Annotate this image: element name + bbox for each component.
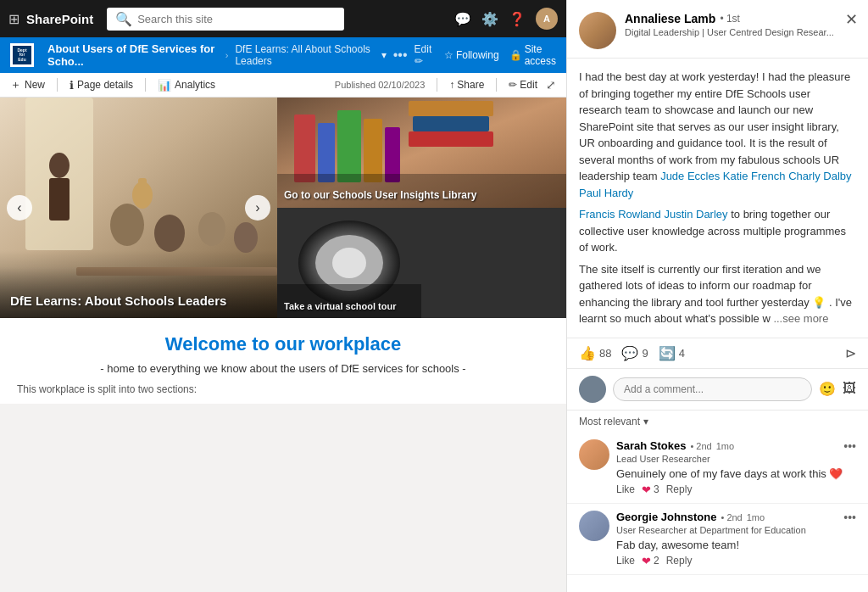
carousel-prev-button[interactable]: ‹: [7, 195, 32, 221]
user-avatar[interactable]: A: [536, 8, 558, 30]
grid-icon[interactable]: ⊞: [8, 11, 19, 27]
share-button[interactable]: ↑ Share: [449, 79, 484, 91]
settings-icon[interactable]: ⚙️: [481, 11, 498, 27]
svg-rect-3: [49, 178, 70, 221]
emoji-icon[interactable]: 🙂: [819, 381, 836, 397]
sort-label: Most relevant: [579, 416, 640, 427]
repost-icon: 🔄: [659, 345, 676, 361]
tagged-people-2[interactable]: Francis Rowland Justin Darley: [579, 208, 728, 221]
see-more-link[interactable]: ...see more: [773, 312, 828, 325]
carousel-next-button[interactable]: ›: [245, 195, 270, 221]
tagged-people-1[interactable]: Jude Eccles Katie French Charly Dalby Pa…: [579, 170, 852, 199]
comment-sarah-time: 1mo: [716, 441, 734, 451]
publish-date: Published 02/10/2023: [335, 80, 425, 90]
comment-sarah-header: Sarah Stokes • 2nd 1mo •••: [616, 439, 856, 453]
hero-insights-label: Go to our Schools User Insights Library: [284, 189, 559, 201]
welcome-section: Welcome to our workplace - home to every…: [0, 318, 566, 404]
sarah-reply-button[interactable]: Reply: [666, 483, 693, 495]
author-avatar-image: [579, 12, 616, 49]
analytics-button[interactable]: 📊 Analytics: [158, 79, 215, 92]
toolbar-separator-3: [437, 78, 437, 92]
lock-icon: 🔒: [509, 49, 522, 61]
comment-item: Sarah Stokes • 2nd 1mo ••• Lead User Res…: [567, 433, 868, 504]
close-button[interactable]: ✕: [845, 10, 858, 29]
post-content: I had the best day at work yesterday! I …: [567, 59, 868, 338]
toolbar-separator-2: [145, 78, 146, 92]
site-access-button[interactable]: 🔒 Site access: [509, 43, 556, 67]
chat-icon[interactable]: 💬: [454, 11, 471, 27]
comment-sarah-name: Sarah Stokes: [616, 439, 686, 452]
svg-rect-15: [337, 110, 361, 182]
hero-bottom-left-image[interactable]: Take a virtual school tour: [277, 208, 566, 318]
chevron-down-icon: ▾: [381, 49, 387, 61]
hero-top-right-image[interactable]: Go to our Schools User Insights Library: [277, 98, 566, 208]
search-icon: 🔍: [115, 11, 132, 27]
svg-point-2: [49, 153, 70, 178]
comment-sarah-more[interactable]: •••: [843, 439, 856, 453]
comment-georgie-conn: • 2nd: [721, 512, 742, 522]
svg-rect-13: [294, 114, 315, 182]
hero-overlay: [0, 267, 277, 318]
hero-section: DfE Learns: About Schools Leaders ‹ ›: [0, 98, 566, 592]
thumbs-up-icon: 👍: [579, 345, 596, 361]
comment-input-row: 🙂 🖼: [567, 369, 868, 410]
repost-count: 4: [679, 347, 685, 360]
hero-tour-label: Take a virtual school tour: [284, 301, 396, 311]
image-icon[interactable]: 🖼: [843, 381, 856, 397]
page-details-button[interactable]: ℹ Page details: [70, 79, 133, 92]
dfe-logo: DeptforEdu: [10, 43, 34, 67]
comment-sarah-text: Genuinely one of my fave days at work th…: [616, 467, 856, 480]
sharepoint-top-bar: ⊞ SharePoint 🔍 💬 ⚙️ ❓ A: [0, 0, 566, 37]
comment-georgie-text: Fab day, awesome team!: [616, 539, 856, 551]
repost-reaction[interactable]: 🔄 4: [659, 345, 685, 361]
comment-reaction[interactable]: 💬 9: [621, 345, 648, 361]
author-name: Annaliese Lamb: [625, 12, 715, 25]
like-reaction[interactable]: 👍 88: [579, 345, 611, 361]
edit-button[interactable]: ✏ Edit: [509, 79, 537, 91]
author-info: Annaliese Lamb • 1st Digital Leadership …: [625, 12, 856, 37]
comment-input-icons: 🙂 🖼: [819, 381, 856, 397]
comment-georgie-header: Georgie Johnstone • 2nd 1mo •••: [616, 511, 856, 524]
new-button[interactable]: ＋ New: [10, 77, 45, 92]
svg-rect-20: [409, 101, 493, 116]
comment-georgie-time: 1mo: [747, 512, 765, 522]
georgie-reply-button[interactable]: Reply: [666, 555, 693, 567]
post-paragraph-3: The site itself is currently our first i…: [579, 261, 856, 327]
filter-icon[interactable]: ⊳: [845, 345, 856, 361]
search-bar[interactable]: 🔍: [107, 8, 344, 31]
svg-rect-19: [413, 116, 489, 131]
page-title: About Users of DfE Services for Scho...: [47, 42, 219, 68]
commenter-avatar: [579, 376, 606, 403]
georgie-like-button[interactable]: Like: [616, 555, 635, 567]
comment-item: Georgie Johnstone • 2nd 1mo ••• User Res…: [567, 504, 868, 575]
post-paragraph-2: Francis Rowland Justin Darley to bring t…: [579, 206, 856, 256]
svg-point-5: [154, 215, 185, 252]
comment-georgie-name: Georgie Johnstone: [616, 511, 716, 523]
breadcrumb-more[interactable]: •••: [393, 47, 408, 63]
comment-count: 9: [642, 347, 648, 360]
linkedin-panel: Annaliese Lamb • 1st Digital Leadership …: [566, 0, 868, 592]
following-button[interactable]: ☆ Following: [444, 49, 499, 61]
sarah-like-button[interactable]: Like: [616, 483, 635, 495]
breadcrumb-bar: DeptforEdu About Users of DfE Services f…: [0, 37, 566, 73]
comment-sarah-role: Lead User Researcher: [616, 454, 856, 464]
sort-row[interactable]: Most relevant ▾: [567, 410, 868, 433]
hero-main-label: DfE Learns: About Schools Leaders: [10, 293, 226, 308]
sort-chevron-icon: ▾: [643, 416, 648, 427]
svg-rect-14: [318, 123, 335, 182]
comment-input[interactable]: [613, 377, 812, 401]
hero-main-image[interactable]: DfE Learns: About Schools Leaders ‹ ›: [0, 98, 277, 318]
search-input[interactable]: [137, 13, 336, 25]
svg-rect-18: [409, 131, 493, 147]
welcome-subtitle: - home to everything we know about the u…: [17, 362, 549, 375]
toolbar-separator-4: [496, 78, 497, 92]
breadcrumb-item[interactable]: DfE Learns: All About Schools Leaders ▾: [235, 43, 386, 67]
expand-button[interactable]: ⤢: [546, 78, 556, 92]
svg-point-25: [332, 248, 366, 278]
help-icon[interactable]: ❓: [509, 11, 526, 27]
comment-georgie-actions: Like ❤ 2 Reply: [616, 555, 856, 567]
top-icons: 💬 ⚙️ ❓ A: [454, 8, 558, 30]
hero-grid: DfE Learns: About Schools Leaders ‹ ›: [0, 98, 566, 318]
comment-georgie-more[interactable]: •••: [843, 511, 856, 524]
sarah-like-count: ❤ 3: [642, 483, 659, 496]
